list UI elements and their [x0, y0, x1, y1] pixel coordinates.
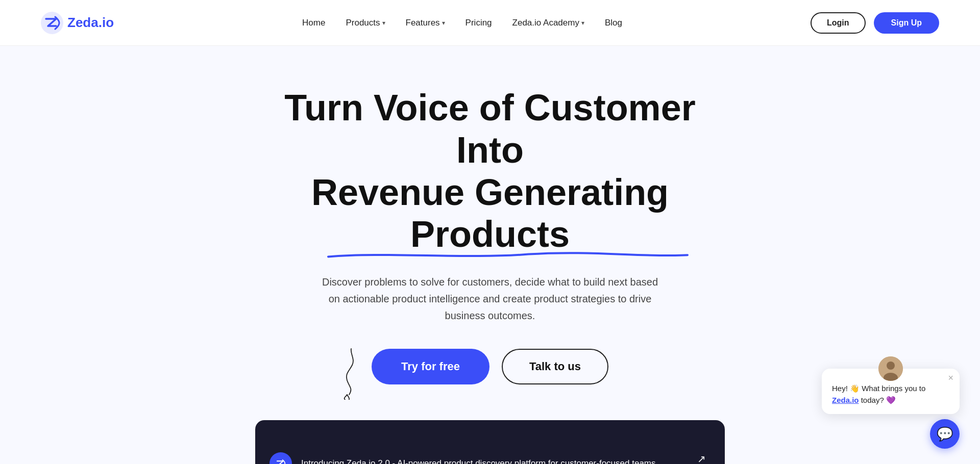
video-logo-icon — [270, 452, 292, 464]
share-icon: ↗ — [697, 453, 706, 464]
video-title: Introducing Zeda.io 2.0 - AI-powered pro… — [301, 458, 683, 464]
nav-item-academy[interactable]: Zeda.io Academy ▾ — [512, 18, 584, 28]
chevron-down-icon: ▾ — [382, 19, 385, 27]
chat-icon: 💬 — [937, 426, 953, 442]
nav-item-products[interactable]: Products ▾ — [346, 18, 385, 28]
nav-links: Home Products ▾ Features ▾ Pricing Zeda.… — [302, 18, 622, 28]
nav-item-features[interactable]: Features ▾ — [406, 18, 445, 28]
avatar — [878, 356, 903, 381]
hero-section: Turn Voice of Customer Into Revenue Gene… — [0, 46, 980, 405]
signup-button[interactable]: Sign Up — [874, 12, 939, 34]
talk-to-us-button[interactable]: Talk to us — [502, 349, 608, 384]
logo[interactable]: Zeda.io — [41, 12, 114, 34]
squiggle-decoration — [331, 344, 366, 400]
chat-link[interactable]: Zeda.io — [832, 396, 859, 404]
nav-item-home[interactable]: Home — [302, 18, 325, 28]
close-icon[interactable]: × — [948, 373, 953, 383]
video-share-button[interactable]: ↗ Share — [693, 453, 710, 464]
nav-item-blog[interactable]: Blog — [605, 18, 622, 28]
chat-bubble: × Hey! 👋 What brings you to Zeda.io toda… — [822, 369, 960, 414]
cta-row: Try for free Talk to us — [372, 349, 608, 384]
underline-decoration — [255, 249, 761, 262]
hero-subtitle: Discover problems to solve for customers… — [316, 274, 664, 324]
nav-actions: Login Sign Up — [811, 12, 939, 34]
login-button[interactable]: Login — [811, 12, 866, 34]
zeda-logo-icon — [41, 12, 63, 34]
chat-widget: × Hey! 👋 What brings you to Zeda.io toda… — [822, 369, 960, 449]
navbar: Zeda.io Home Products ▾ Features ▾ Prici… — [0, 0, 980, 46]
video-card[interactable]: Introducing Zeda.io 2.0 - AI-powered pro… — [255, 420, 725, 464]
chat-open-button[interactable]: 💬 — [930, 419, 960, 449]
svg-point-2 — [887, 362, 895, 370]
try-for-free-button[interactable]: Try for free — [372, 349, 489, 384]
chevron-down-icon: ▾ — [581, 19, 584, 27]
logo-text: Zeda.io — [67, 15, 114, 31]
hero-title: Turn Voice of Customer Into Revenue Gene… — [260, 87, 720, 255]
chevron-down-icon: ▾ — [442, 19, 445, 27]
nav-item-pricing[interactable]: Pricing — [465, 18, 492, 28]
